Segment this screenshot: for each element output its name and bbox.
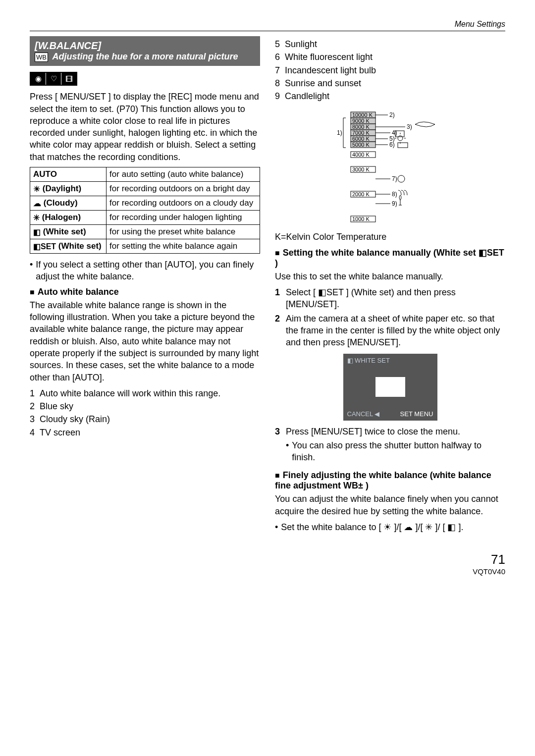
feature-box: [W.BALANCE] WB Adjusting the hue for a m… [30,36,260,66]
table-row: ◧ (White set)for using the preset white … [30,225,260,239]
awb-body: The available white balance range is sho… [30,299,260,383]
kelvin-diagram: 10000 K 9000 K 8000 K 7000 K 6000 K 5000… [275,107,505,226]
section-header: Menu Settings [30,20,505,31]
halogen-icon: ✳ [33,213,40,222]
feature-desc: Adjusting the hue for a more natural pic… [52,52,238,61]
legend-list-left: 1Auto white balance will work within thi… [30,387,260,438]
svg-text:9000 K: 9000 K [352,118,370,124]
screen-set: SET MENU [400,410,433,418]
heart-icon: ♡ [46,73,61,85]
svg-text:5000 K: 5000 K [352,142,370,148]
table-row: AUTOfor auto setting (auto white balance… [30,167,260,182]
svg-point-44 [398,175,405,182]
svg-text:1000 K: 1000 K [352,216,370,222]
whiteset-icon: ◧ [33,227,41,237]
wb-label-icon: WB [35,53,48,62]
camera-icon: ◉ [31,73,46,85]
manual-step3: 3Press [MENU/SET] twice to close the men… [275,426,505,437]
legend-list-right: 5Sunlight 6White fluorescent light 7Inca… [275,38,505,102]
page-number: 71 [30,552,505,567]
white-set-screen: ◧ WHITE SET CANCEL ◀ SET MENU [343,354,437,421]
fine-body: You can adjust the white balance finely … [275,493,505,517]
svg-text:10000 K: 10000 K [352,112,373,118]
cloud-icon: ☁ [33,199,41,208]
svg-text:6): 6) [389,141,395,148]
fine-heading: ■Finely adjusting the white balance (whi… [275,470,505,491]
svg-text:1): 1) [337,129,342,136]
awb-heading: ■Auto white balance [30,287,260,297]
svg-text:7): 7) [392,175,397,182]
fine-bullet: •Set the white balance to [ ☀ ]/[ ☁ ]/[ … [275,521,505,533]
wb-settings-table: AUTOfor auto setting (auto white balance… [30,167,260,254]
svg-text:2): 2) [389,111,395,118]
manual-heading: ■Setting the white balance manually (Whi… [275,247,505,269]
doc-id: VQT0V40 [30,567,505,576]
note-after-table: •If you select a setting other than [AUT… [30,259,260,283]
svg-text:3): 3) [407,123,412,130]
feature-title: [W.BALANCE] [35,40,255,52]
intro-text: Press [ MENU/SET ] to display the [REC] … [30,91,260,163]
mode-icons: ◉ ♡ 🎞 [30,72,77,86]
whiteset-set-icon: ◧SET [33,242,56,251]
svg-text:8): 8) [392,191,397,198]
table-row: ☁ (Cloudy)for recording outdoors on a cl… [30,196,260,211]
svg-text:3000 K: 3000 K [352,166,370,172]
svg-text:4000 K: 4000 K [352,152,370,158]
manual-steps: 1Select [ ◧SET ] (White set) and then pr… [275,286,505,348]
manual-intro: Use this to set the white balance manual… [275,270,505,282]
svg-text:9): 9) [392,200,397,207]
screen-title: ◧ WHITE SET [347,357,390,364]
sun-icon: ☀ [33,184,40,194]
svg-rect-43 [398,143,408,148]
screen-cancel: CANCEL ◀ [347,410,380,418]
manual-step3-sub: •You can also press the shutter button h… [286,439,505,464]
svg-text:2000 K: 2000 K [352,191,370,197]
kelvin-caption: K=Kelvin Color Temperature [275,231,505,243]
table-row: ☀ (Daylight)for recording outdoors on a … [30,182,260,196]
svg-text:6000 K: 6000 K [352,136,370,142]
movie-icon: 🎞 [61,73,76,85]
svg-text:7000 K: 7000 K [352,130,370,136]
table-row: ✳ (Halogen)for recording under halogen l… [30,211,260,225]
white-frame [375,377,405,397]
table-row: ◧SET (White set)for setting the white ba… [30,239,260,254]
svg-text:8000 K: 8000 K [352,124,370,130]
